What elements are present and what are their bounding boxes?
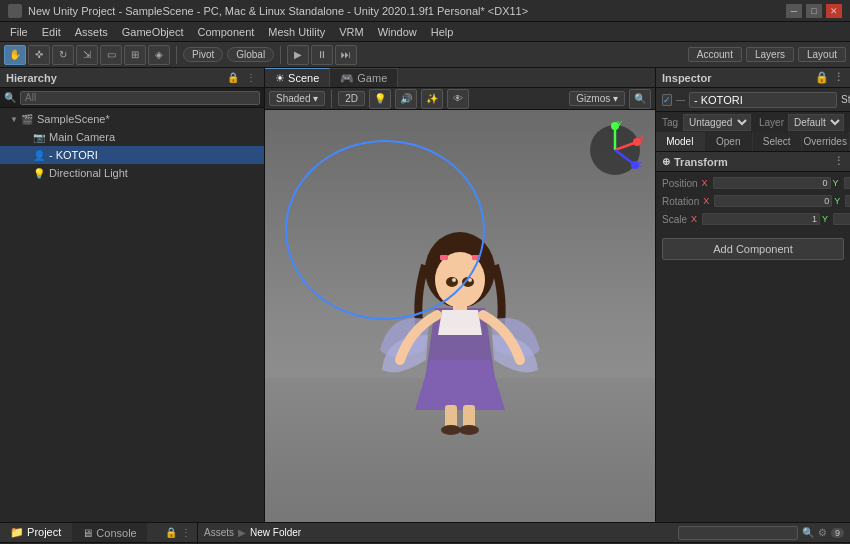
shaded-button[interactable]: Shaded ▾ [269,91,325,106]
scene-view[interactable]: X Y Z [265,110,655,522]
menu-vrm[interactable]: VRM [333,24,369,40]
rot-x-input[interactable] [714,195,832,207]
position-xyz: X Y Z [702,177,850,189]
menu-assets[interactable]: Assets [69,24,114,40]
inspector-menu[interactable]: ⋮ [833,71,844,84]
rotate-tool[interactable]: ↻ [52,45,74,65]
scale-tool[interactable]: ⇲ [76,45,98,65]
menu-file[interactable]: File [4,24,34,40]
scale-xyz: X Y Z [691,213,850,225]
rot-y-label: Y [834,196,844,206]
menu-window[interactable]: Window [372,24,423,40]
scl-x-label: X [691,214,701,224]
pause-button[interactable]: ⏸ [311,45,333,65]
breadcrumb-assets[interactable]: Assets [204,527,234,538]
scale-row: Scale X Y Z [656,210,850,228]
scene-hidden-btn[interactable]: 👁 [447,89,469,109]
scl-x-input[interactable] [702,213,820,225]
menu-gameobject[interactable]: GameObject [116,24,190,40]
menu-bar: File Edit Assets GameObject Component Me… [0,22,850,42]
pivot-button[interactable]: Pivot [183,47,223,62]
pos-y-input[interactable] [844,177,850,189]
breadcrumb-newfolder[interactable]: New Folder [250,527,301,538]
pivot-label: Pivot [192,49,214,60]
main-layout: Hierarchy 🔒 ⋮ 🔍 ▼ 🎬 SampleScene* [0,68,850,522]
maximize-button[interactable]: □ [806,4,822,18]
transform-component-header[interactable]: ⊕ Transform ⋮ [656,152,850,172]
global-button[interactable]: Global [227,47,274,62]
scl-y-input[interactable] [833,213,850,225]
play-button[interactable]: ▶ [287,45,309,65]
layout-button[interactable]: Layout [798,47,846,62]
search-icon: 🔍 [4,92,16,103]
scene-search-btn[interactable]: 🔍 [629,89,651,109]
tree-item-maincamera[interactable]: 📷 Main Camera [0,128,264,146]
project-settings-icon[interactable]: ⚙ [818,527,827,538]
custom-tool[interactable]: ◈ [148,45,170,65]
svg-rect-8 [472,255,480,260]
tab-scene[interactable]: ☀ Scene [265,68,330,87]
pos-x-input[interactable] [713,177,831,189]
transform-actions: ⋮ [833,155,844,168]
project-search-input[interactable] [678,526,798,540]
transform-dots[interactable]: ⋮ [833,155,844,168]
2d-button[interactable]: 2D [338,91,365,106]
hierarchy-search-input[interactable] [20,91,260,105]
title-bar: New Unity Project - SampleScene - PC, Ma… [0,0,850,22]
transform-tools: ✋ ✜ ↻ ⇲ ▭ ⊞ ◈ [4,45,170,65]
tree-item-kotori[interactable]: 👤 - KOTORI [0,146,264,164]
tab-overrides[interactable]: Overrides [802,132,851,151]
rect-tool[interactable]: ▭ [100,45,122,65]
game-tab-label: 🎮 Game [340,72,387,85]
layer-select[interactable]: Default [788,114,844,131]
svg-text:Y: Y [617,120,623,128]
move-tool[interactable]: ✜ [28,45,50,65]
object-active-checkbox[interactable]: ✓ [662,94,672,106]
tree-item-samplescene[interactable]: ▼ 🎬 SampleScene* [0,110,264,128]
bottom-lock-icon[interactable]: 🔒 [165,527,177,538]
tab-open[interactable]: Open [705,132,754,151]
inspector-content: ✓ — Static ▾ Tag Untagged Layer Default [656,88,850,522]
gizmos-button[interactable]: Gizmos ▾ [569,91,625,106]
object-name-field[interactable] [689,92,837,108]
svg-point-11 [441,425,461,435]
tag-select[interactable]: Untagged [683,114,751,131]
rot-y-input[interactable] [845,195,850,207]
pos-y-field: Y [833,177,850,189]
menu-help[interactable]: Help [425,24,460,40]
position-row: Position X Y Z [656,174,850,192]
account-button[interactable]: Account [688,47,742,62]
close-button[interactable]: ✕ [826,4,842,18]
window-controls[interactable]: ─ □ ✕ [786,4,842,18]
inspector-obj-header: ✓ — Static ▾ [656,88,850,112]
tab-project[interactable]: 📁 Project [0,523,72,542]
tree-item-dirlight[interactable]: 💡 Directional Light [0,164,264,182]
tab-select[interactable]: Select [753,132,802,151]
tree-arrow-kotori [20,149,32,161]
tab-console[interactable]: 🖥 Console [72,523,147,542]
add-component-button[interactable]: Add Component [662,238,844,260]
menu-edit[interactable]: Edit [36,24,67,40]
scene-effect-btn[interactable]: ✨ [421,89,443,109]
layers-button[interactable]: Layers [746,47,794,62]
hierarchy-lock[interactable]: 🔒 [225,72,241,83]
hand-tool[interactable]: ✋ [4,45,26,65]
project-breadcrumb-bar: Assets ▶ New Folder 🔍 ⚙ 9 [198,523,850,543]
step-button[interactable]: ⏭ [335,45,357,65]
menu-meshutility[interactable]: Mesh Utility [262,24,331,40]
pos-y-label: Y [833,178,843,188]
scene-audio-btn[interactable]: 🔊 [395,89,417,109]
scene-light-btn[interactable]: 💡 [369,89,391,109]
scl-x-field: X [691,213,820,225]
inspector-header: Inspector 🔒 ⋮ [656,68,850,88]
inspector-lock[interactable]: 🔒 [815,71,829,84]
minimize-button[interactable]: ─ [786,4,802,18]
tab-game[interactable]: 🎮 Game [330,68,398,87]
menu-component[interactable]: Component [191,24,260,40]
svg-point-12 [459,425,479,435]
bottom-menu-icon[interactable]: ⋮ [181,527,191,538]
transform-tool[interactable]: ⊞ [124,45,146,65]
tab-model[interactable]: Model [656,132,705,151]
hierarchy-actions: 🔒 ⋮ [225,72,258,83]
hierarchy-menu[interactable]: ⋮ [244,72,258,83]
